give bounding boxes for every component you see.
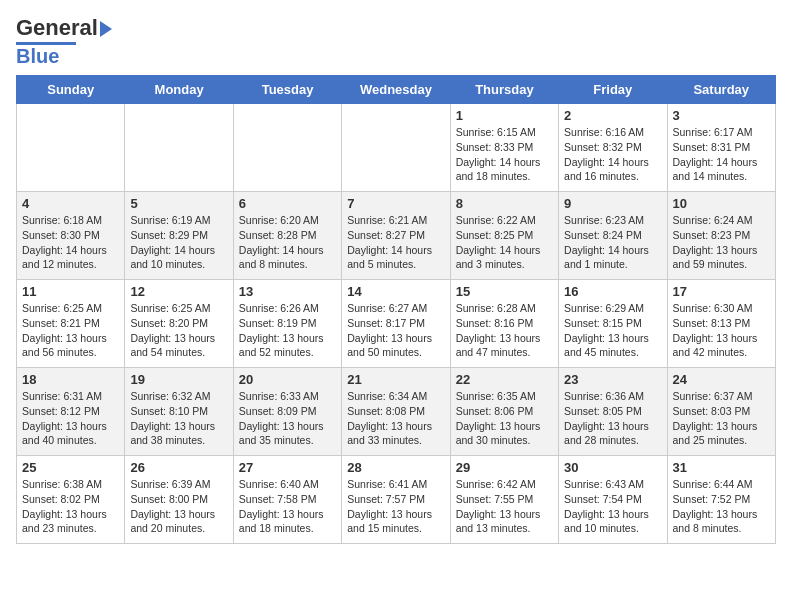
calendar-cell: [233, 104, 341, 192]
calendar-week-row: 18Sunrise: 6:31 AMSunset: 8:12 PMDayligh…: [17, 368, 776, 456]
day-info: Sunrise: 6:33 AMSunset: 8:09 PMDaylight:…: [239, 389, 336, 448]
col-header-sunday: Sunday: [17, 76, 125, 104]
calendar-cell: 11Sunrise: 6:25 AMSunset: 8:21 PMDayligh…: [17, 280, 125, 368]
day-info: Sunrise: 6:44 AMSunset: 7:52 PMDaylight:…: [673, 477, 770, 536]
calendar-cell: 24Sunrise: 6:37 AMSunset: 8:03 PMDayligh…: [667, 368, 775, 456]
day-number: 10: [673, 196, 770, 211]
calendar-cell: 15Sunrise: 6:28 AMSunset: 8:16 PMDayligh…: [450, 280, 558, 368]
calendar-cell: 14Sunrise: 6:27 AMSunset: 8:17 PMDayligh…: [342, 280, 450, 368]
day-info: Sunrise: 6:34 AMSunset: 8:08 PMDaylight:…: [347, 389, 444, 448]
col-header-tuesday: Tuesday: [233, 76, 341, 104]
calendar-cell: 21Sunrise: 6:34 AMSunset: 8:08 PMDayligh…: [342, 368, 450, 456]
day-number: 24: [673, 372, 770, 387]
day-number: 19: [130, 372, 227, 387]
day-number: 4: [22, 196, 119, 211]
day-info: Sunrise: 6:27 AMSunset: 8:17 PMDaylight:…: [347, 301, 444, 360]
day-number: 31: [673, 460, 770, 475]
calendar-cell: 2Sunrise: 6:16 AMSunset: 8:32 PMDaylight…: [559, 104, 667, 192]
calendar-cell: 13Sunrise: 6:26 AMSunset: 8:19 PMDayligh…: [233, 280, 341, 368]
day-number: 23: [564, 372, 661, 387]
calendar-cell: 6Sunrise: 6:20 AMSunset: 8:28 PMDaylight…: [233, 192, 341, 280]
day-number: 11: [22, 284, 119, 299]
day-number: 8: [456, 196, 553, 211]
calendar-cell: 25Sunrise: 6:38 AMSunset: 8:02 PMDayligh…: [17, 456, 125, 544]
day-info: Sunrise: 6:19 AMSunset: 8:29 PMDaylight:…: [130, 213, 227, 272]
calendar-cell: 12Sunrise: 6:25 AMSunset: 8:20 PMDayligh…: [125, 280, 233, 368]
day-info: Sunrise: 6:17 AMSunset: 8:31 PMDaylight:…: [673, 125, 770, 184]
day-number: 28: [347, 460, 444, 475]
day-info: Sunrise: 6:26 AMSunset: 8:19 PMDaylight:…: [239, 301, 336, 360]
calendar-cell: 8Sunrise: 6:22 AMSunset: 8:25 PMDaylight…: [450, 192, 558, 280]
calendar-cell: 16Sunrise: 6:29 AMSunset: 8:15 PMDayligh…: [559, 280, 667, 368]
day-info: Sunrise: 6:23 AMSunset: 8:24 PMDaylight:…: [564, 213, 661, 272]
day-info: Sunrise: 6:30 AMSunset: 8:13 PMDaylight:…: [673, 301, 770, 360]
day-info: Sunrise: 6:31 AMSunset: 8:12 PMDaylight:…: [22, 389, 119, 448]
calendar-header-row: SundayMondayTuesdayWednesdayThursdayFrid…: [17, 76, 776, 104]
day-number: 18: [22, 372, 119, 387]
day-info: Sunrise: 6:39 AMSunset: 8:00 PMDaylight:…: [130, 477, 227, 536]
logo-text: General: [16, 16, 112, 40]
day-info: Sunrise: 6:29 AMSunset: 8:15 PMDaylight:…: [564, 301, 661, 360]
calendar-cell: [342, 104, 450, 192]
day-info: Sunrise: 6:25 AMSunset: 8:20 PMDaylight:…: [130, 301, 227, 360]
calendar-week-row: 4Sunrise: 6:18 AMSunset: 8:30 PMDaylight…: [17, 192, 776, 280]
col-header-saturday: Saturday: [667, 76, 775, 104]
calendar-cell: 26Sunrise: 6:39 AMSunset: 8:00 PMDayligh…: [125, 456, 233, 544]
day-number: 25: [22, 460, 119, 475]
calendar-week-row: 11Sunrise: 6:25 AMSunset: 8:21 PMDayligh…: [17, 280, 776, 368]
calendar-cell: 18Sunrise: 6:31 AMSunset: 8:12 PMDayligh…: [17, 368, 125, 456]
calendar-cell: 23Sunrise: 6:36 AMSunset: 8:05 PMDayligh…: [559, 368, 667, 456]
day-number: 26: [130, 460, 227, 475]
day-info: Sunrise: 6:41 AMSunset: 7:57 PMDaylight:…: [347, 477, 444, 536]
day-number: 14: [347, 284, 444, 299]
day-info: Sunrise: 6:32 AMSunset: 8:10 PMDaylight:…: [130, 389, 227, 448]
day-number: 2: [564, 108, 661, 123]
col-header-friday: Friday: [559, 76, 667, 104]
day-number: 12: [130, 284, 227, 299]
day-info: Sunrise: 6:36 AMSunset: 8:05 PMDaylight:…: [564, 389, 661, 448]
calendar-week-row: 1Sunrise: 6:15 AMSunset: 8:33 PMDaylight…: [17, 104, 776, 192]
calendar-cell: [125, 104, 233, 192]
calendar-cell: [17, 104, 125, 192]
day-info: Sunrise: 6:20 AMSunset: 8:28 PMDaylight:…: [239, 213, 336, 272]
calendar-cell: 30Sunrise: 6:43 AMSunset: 7:54 PMDayligh…: [559, 456, 667, 544]
calendar-cell: 4Sunrise: 6:18 AMSunset: 8:30 PMDaylight…: [17, 192, 125, 280]
calendar-cell: 28Sunrise: 6:41 AMSunset: 7:57 PMDayligh…: [342, 456, 450, 544]
day-number: 13: [239, 284, 336, 299]
logo-blue-text: Blue: [16, 45, 59, 67]
day-info: Sunrise: 6:40 AMSunset: 7:58 PMDaylight:…: [239, 477, 336, 536]
day-info: Sunrise: 6:24 AMSunset: 8:23 PMDaylight:…: [673, 213, 770, 272]
calendar-cell: 1Sunrise: 6:15 AMSunset: 8:33 PMDaylight…: [450, 104, 558, 192]
day-info: Sunrise: 6:16 AMSunset: 8:32 PMDaylight:…: [564, 125, 661, 184]
day-info: Sunrise: 6:43 AMSunset: 7:54 PMDaylight:…: [564, 477, 661, 536]
calendar-cell: 29Sunrise: 6:42 AMSunset: 7:55 PMDayligh…: [450, 456, 558, 544]
day-number: 7: [347, 196, 444, 211]
calendar-cell: 10Sunrise: 6:24 AMSunset: 8:23 PMDayligh…: [667, 192, 775, 280]
calendar-cell: 20Sunrise: 6:33 AMSunset: 8:09 PMDayligh…: [233, 368, 341, 456]
day-number: 22: [456, 372, 553, 387]
day-info: Sunrise: 6:35 AMSunset: 8:06 PMDaylight:…: [456, 389, 553, 448]
calendar-table: SundayMondayTuesdayWednesdayThursdayFrid…: [16, 75, 776, 544]
day-number: 3: [673, 108, 770, 123]
calendar-cell: 19Sunrise: 6:32 AMSunset: 8:10 PMDayligh…: [125, 368, 233, 456]
day-number: 9: [564, 196, 661, 211]
day-number: 30: [564, 460, 661, 475]
day-info: Sunrise: 6:42 AMSunset: 7:55 PMDaylight:…: [456, 477, 553, 536]
day-number: 15: [456, 284, 553, 299]
calendar-cell: 5Sunrise: 6:19 AMSunset: 8:29 PMDaylight…: [125, 192, 233, 280]
calendar-cell: 9Sunrise: 6:23 AMSunset: 8:24 PMDaylight…: [559, 192, 667, 280]
calendar-cell: 17Sunrise: 6:30 AMSunset: 8:13 PMDayligh…: [667, 280, 775, 368]
day-info: Sunrise: 6:37 AMSunset: 8:03 PMDaylight:…: [673, 389, 770, 448]
day-number: 17: [673, 284, 770, 299]
calendar-cell: 22Sunrise: 6:35 AMSunset: 8:06 PMDayligh…: [450, 368, 558, 456]
calendar-cell: 31Sunrise: 6:44 AMSunset: 7:52 PMDayligh…: [667, 456, 775, 544]
col-header-wednesday: Wednesday: [342, 76, 450, 104]
day-number: 6: [239, 196, 336, 211]
day-info: Sunrise: 6:28 AMSunset: 8:16 PMDaylight:…: [456, 301, 553, 360]
page-header: General Blue: [16, 16, 776, 67]
calendar-cell: 27Sunrise: 6:40 AMSunset: 7:58 PMDayligh…: [233, 456, 341, 544]
col-header-monday: Monday: [125, 76, 233, 104]
calendar-cell: 3Sunrise: 6:17 AMSunset: 8:31 PMDaylight…: [667, 104, 775, 192]
day-info: Sunrise: 6:38 AMSunset: 8:02 PMDaylight:…: [22, 477, 119, 536]
day-number: 27: [239, 460, 336, 475]
